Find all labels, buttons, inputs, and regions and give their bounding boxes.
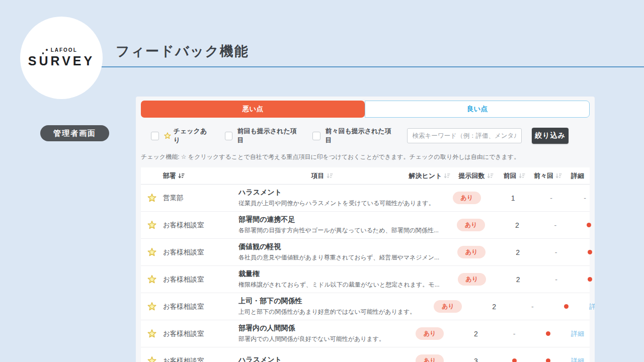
table-row: 営業部 ハラスメント 従業員が上司や同僚からハラスメントを受けている可能性があり… xyxy=(141,185,590,212)
star-icon[interactable] xyxy=(147,329,157,338)
presented-dot xyxy=(587,223,591,227)
sort-icon[interactable] xyxy=(519,173,525,179)
detail-link[interactable]: 詳細 xyxy=(571,329,584,338)
sort-icon[interactable] xyxy=(555,173,562,179)
header-hint[interactable]: 解決ヒント xyxy=(406,171,454,180)
department-cell: お客様相談室 xyxy=(163,248,238,257)
detail-link[interactable]: 詳細 xyxy=(571,356,584,362)
header-prev-label: 前回 xyxy=(504,171,517,180)
check-feature-note: チェック機能: ☆ をクリックすることで自社で考える重点項目に印をつけておくこと… xyxy=(141,153,595,161)
hint-badge: あり xyxy=(457,246,486,258)
tab-bar: 悪い点 良い点 xyxy=(141,101,590,118)
header-prev2-label: 前々回 xyxy=(534,171,553,180)
header-hint-label: 解決ヒント xyxy=(409,171,442,180)
prev2-cell xyxy=(530,331,566,336)
item-description: 従業員が上司や同僚からハラスメントを受けている可能性があります。 xyxy=(238,199,435,208)
item-cell: 価値観の軽視 各社員の意見や価値観があまり尊重されておらず、経営層やマネジメン.… xyxy=(238,242,447,262)
item-title: 裁量権 xyxy=(238,269,440,279)
count-cell: 1 xyxy=(491,194,535,202)
header-prev[interactable]: 前回 xyxy=(498,171,530,180)
header-detail: 詳細 xyxy=(566,171,590,180)
star-icon[interactable] xyxy=(147,193,157,203)
hint-cell: あり xyxy=(406,354,454,362)
prev2-cell: - xyxy=(568,194,595,202)
star-cell xyxy=(141,329,163,338)
item-cell: 上司・部下の関係性 上司と部下の関係性があまり好意的ではない可能性があります。 xyxy=(238,297,424,316)
prev2-filter-checkbox[interactable] xyxy=(312,132,320,140)
item-title: 価値観の軽視 xyxy=(238,242,439,251)
checked-filter-label: チェックあり xyxy=(164,127,211,145)
hint-badge: あり xyxy=(416,354,444,362)
item-cell: ハラスメント 従業員が上司や同僚からハラスメントを受けている可能性があります。 xyxy=(238,188,443,208)
item-cell: 部署間の連携不足 各部署間の目指す方向性やゴールが異なっているため、部署間の関係… xyxy=(238,215,447,235)
logo-brand-large-text: SURVEY xyxy=(28,54,95,68)
hint-cell: あり xyxy=(447,219,495,231)
feedback-table: 部署 項目 解決ヒント 提示 xyxy=(141,167,590,362)
prev-filter-checkbox[interactable] xyxy=(225,132,233,140)
star-icon[interactable] xyxy=(147,275,157,284)
filter-row: チェックあり 前回も提示された項目 前々回も提示された項目 絞り込み xyxy=(151,128,590,144)
header-item[interactable]: 項目 xyxy=(238,171,406,180)
item-description: 部署内での人間関係が良好でない可能性があります。 xyxy=(238,335,397,343)
item-cell: ハラスメント xyxy=(238,355,406,362)
tab-good-points[interactable]: 良い点 xyxy=(365,101,590,118)
item-title: 上司・部下の関係性 xyxy=(238,297,416,306)
filter-prev-group: 前回も提示された項目 xyxy=(225,127,299,145)
count-cell: 2 xyxy=(472,303,516,311)
detail-cell: 詳細 xyxy=(566,329,590,338)
count-cell: 2 xyxy=(496,248,540,256)
presented-dot xyxy=(546,358,550,362)
table-row: お客様相談室 部署間の連携不足 各部署間の目指す方向性やゴールが異なっているため… xyxy=(141,212,590,239)
detail-cell: 詳細 xyxy=(584,302,595,311)
header-prev2[interactable]: 前々回 xyxy=(530,171,566,180)
detail-link[interactable]: 詳細 xyxy=(589,302,595,311)
prev-cell: - xyxy=(516,303,548,311)
prev2-cell xyxy=(572,250,595,254)
item-title: ハラスメント xyxy=(238,188,435,197)
sort-icon[interactable] xyxy=(487,173,494,179)
feedback-panel: 悪い点 良い点 チェックあり 前回も提示された項目 前々回も提示された項目 絞り… xyxy=(136,97,595,362)
tab-bad-points[interactable]: 悪い点 xyxy=(141,101,365,118)
count-cell: 2 xyxy=(495,221,539,229)
filter-button[interactable]: 絞り込み xyxy=(532,128,569,144)
star-icon[interactable] xyxy=(147,247,157,257)
header-department[interactable]: 部署 xyxy=(163,171,238,180)
table-row: お客様相談室 価値観の軽視 各社員の意見や価値観があまり尊重されておらず、経営層… xyxy=(141,239,590,266)
search-input[interactable] xyxy=(407,128,522,143)
filter-prev2-group: 前々回も提示された項目 xyxy=(312,127,392,145)
hint-cell: あり xyxy=(447,246,496,258)
checked-filter-checkbox[interactable] xyxy=(151,132,159,140)
hint-badge: あり xyxy=(434,300,462,313)
table-header: 部署 項目 解決ヒント 提示 xyxy=(141,167,590,185)
u-dot-accent xyxy=(42,52,44,54)
prev-cell: - xyxy=(540,276,573,284)
star-icon[interactable] xyxy=(147,356,157,362)
count-cell: 2 xyxy=(496,276,540,284)
star-cell xyxy=(141,193,163,203)
star-icon[interactable] xyxy=(147,220,157,230)
admin-screen-badge: 管理者画面 xyxy=(40,125,109,141)
item-cell: 裁量権 権限移譲がされておらず、ミドル以下の裁量がないと想定されます。モ... xyxy=(238,269,448,289)
sort-icon[interactable] xyxy=(178,173,185,179)
header-count[interactable]: 提示回数 xyxy=(454,171,498,180)
star-icon[interactable] xyxy=(147,302,157,311)
header-item-label: 項目 xyxy=(311,171,325,180)
sort-icon[interactable] xyxy=(327,173,333,179)
item-description: 権限移譲がされておらず、ミドル以下の裁量がないと想定されます。モ... xyxy=(238,281,440,289)
detail-cell: 詳細 xyxy=(566,356,590,362)
table-row: お客様相談室 部署内の人間関係 部署内での人間関係が良好でない可能性があります。… xyxy=(141,320,590,347)
presented-dot xyxy=(588,277,592,282)
header-department-label: 部署 xyxy=(163,171,176,180)
hint-cell: あり xyxy=(443,192,491,204)
logo-brand-small: ● LAFOOL xyxy=(45,47,77,53)
table-row: お客様相談室 ハラスメント あり 3 詳細 xyxy=(141,347,590,362)
department-cell: お客様相談室 xyxy=(163,221,238,230)
hint-cell: あり xyxy=(448,273,496,286)
prev2-filter-label: 前々回も提示された項目 xyxy=(325,127,392,145)
header-count-label: 提示回数 xyxy=(459,171,485,180)
star-cell xyxy=(141,247,163,257)
hint-cell: あり xyxy=(406,327,454,340)
item-description: 上司と部下の関係性があまり好意的ではない可能性があります。 xyxy=(238,308,416,316)
item-description: 各社員の意見や価値観があまり尊重されておらず、経営層やマネジメン... xyxy=(238,253,439,262)
sort-icon[interactable] xyxy=(444,173,450,179)
